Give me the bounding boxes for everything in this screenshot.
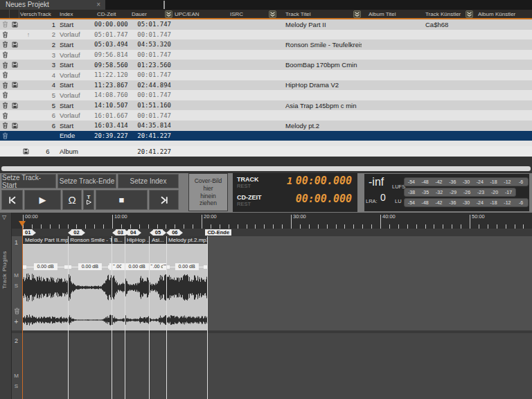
save-icon[interactable] xyxy=(12,21,18,28)
skip-end-icon xyxy=(159,195,169,205)
double-chevron-icon[interactable] xyxy=(165,10,172,18)
mute-button[interactable]: M xyxy=(12,373,21,379)
solo-button[interactable]: S xyxy=(12,283,21,289)
column-header-upc[interactable]: UPC/EAN xyxy=(173,11,230,17)
mute-button[interactable]: M xyxy=(12,272,21,278)
table-row[interactable]: ↑2Vorlauf05:01.74700:01.747 xyxy=(0,30,532,40)
marker-lane[interactable] xyxy=(12,229,532,236)
track-number-cell: 4 xyxy=(37,71,58,79)
trash-icon[interactable] xyxy=(2,51,8,58)
cd-end-marker[interactable]: CD-Ende xyxy=(205,229,231,236)
table-row[interactable]: 5Start14:10.50701:51.160Asia Trap 145bpm… xyxy=(0,100,532,111)
loop-button[interactable]: Ω xyxy=(62,190,82,210)
set-index-button[interactable]: Setze Index xyxy=(118,174,179,188)
trash-icon[interactable] xyxy=(2,91,8,98)
save-icon[interactable] xyxy=(12,82,18,88)
track-marker[interactable]: 02 xyxy=(68,229,85,236)
playhead[interactable] xyxy=(22,221,23,399)
index-cell: Start xyxy=(58,61,94,69)
delete-cell xyxy=(0,60,10,70)
save-icon[interactable] xyxy=(12,103,18,109)
gain-value-chip[interactable]: 0.00 dB xyxy=(78,263,102,270)
audio-clip[interactable]: Melody pt.2.mp30.00 dB xyxy=(166,236,207,330)
trash-icon[interactable] xyxy=(2,132,8,139)
gain-value-chip[interactable]: 0.00 dB xyxy=(33,263,57,270)
column-header-album-kuenstler[interactable]: Album Künstler xyxy=(474,11,532,17)
delete-cell xyxy=(0,121,10,131)
cover-drop-zone[interactable]: Cover-Bildhierhineinziehen xyxy=(188,173,228,211)
set-track-start-button[interactable]: Setze Track-Start xyxy=(1,174,56,188)
table-row[interactable]: 2Start05:03.49404:53.320Ronson Smile - T… xyxy=(0,39,532,50)
column-header-index[interactable]: Index xyxy=(58,11,94,17)
album-save-icon[interactable] xyxy=(19,148,37,154)
tab-close-icon[interactable]: × xyxy=(96,0,100,9)
track-2-lane[interactable] xyxy=(12,333,532,399)
remove-plugin-icon[interactable] xyxy=(14,308,20,314)
double-chevron-icon[interactable] xyxy=(269,10,276,18)
horizontal-scrollbar[interactable] xyxy=(1,166,531,171)
column-header-isrc[interactable]: ISRC xyxy=(230,10,277,18)
double-chevron-icon[interactable] xyxy=(353,10,361,18)
marker-dropdown-icon[interactable]: ▽ xyxy=(2,214,6,220)
save-icon[interactable] xyxy=(12,62,18,68)
trash-icon[interactable] xyxy=(2,82,8,89)
column-header-dauer[interactable]: Dauer xyxy=(130,10,173,18)
trash-icon[interactable] xyxy=(2,31,8,38)
table-row[interactable]: 6Start16:03.41404:35.814Melody pt.2 xyxy=(0,121,532,131)
table-row[interactable]: 6Vorlauf16:01.66700:01.747 xyxy=(0,110,532,121)
solo-button[interactable]: S xyxy=(12,383,21,389)
audio-clip[interactable]: Ronson Smile - Te...0.00 dB xyxy=(68,236,112,330)
track-marker[interactable]: 05 xyxy=(150,229,166,236)
clip-title: Ronson Smile - Te... xyxy=(68,236,112,244)
trash-icon[interactable] xyxy=(2,41,8,48)
marker-label: 03 xyxy=(116,229,125,236)
double-chevron-icon[interactable] xyxy=(466,10,473,18)
table-row[interactable]: 5Vorlauf14:08.76000:01.747 xyxy=(0,90,532,100)
save-icon[interactable] xyxy=(12,42,18,48)
column-header-track-kuenstler[interactable]: Track Künstler xyxy=(424,10,474,18)
trash-icon[interactable] xyxy=(2,112,8,119)
audio-clip[interactable]: Asi...0.00 dB xyxy=(150,236,166,330)
audio-clip[interactable]: B...0.00 dB xyxy=(112,236,125,330)
table-row[interactable]: 4Start11:23.86702:44.894HipHop Drama V2 xyxy=(0,80,532,91)
audio-clip[interactable]: HipHop ...0.00 dB xyxy=(125,236,149,330)
gain-handle-right[interactable] xyxy=(121,265,125,269)
track-marker[interactable]: 04 xyxy=(125,229,141,236)
table-row[interactable]: 4Vorlauf11:22.12000:01.747 xyxy=(0,70,532,80)
trash-icon[interactable] xyxy=(2,102,8,109)
add-plugin-icon[interactable]: + xyxy=(12,318,21,326)
trash-icon[interactable] xyxy=(2,62,8,69)
gain-handle-left[interactable] xyxy=(112,265,116,269)
column-header-album-titel[interactable]: Album Titel xyxy=(362,11,424,17)
project-tab[interactable]: Neues Projekt × xyxy=(0,0,105,10)
marker-arrow-right-icon xyxy=(179,230,183,236)
gain-handle-left[interactable] xyxy=(68,265,71,269)
table-row[interactable]: 1Start00:00.00005:01.747Melody Part IICa… xyxy=(0,19,532,30)
trash-icon[interactable] xyxy=(2,21,8,28)
gain-value-chip[interactable]: 0.00 dB xyxy=(175,263,199,270)
stop-button[interactable]: ■ xyxy=(96,190,148,210)
cd-end-row[interactable]: Ende20:39.22720:41.227 xyxy=(0,131,532,141)
gain-handle-left[interactable] xyxy=(23,265,26,269)
playhead-handle[interactable] xyxy=(19,221,26,227)
save-icon[interactable] xyxy=(12,123,18,129)
track-marker[interactable]: 01 xyxy=(23,229,36,236)
column-header-cd-zeit[interactable]: CD-Zeit xyxy=(94,11,130,17)
table-row[interactable]: 3Vorlauf09:56.81400:01.747 xyxy=(0,50,532,60)
column-header-versch[interactable]: Versch. xyxy=(19,11,37,17)
waveform xyxy=(166,244,207,333)
trash-icon[interactable] xyxy=(2,122,8,129)
column-header-track-titel[interactable]: Track Titel xyxy=(277,10,362,18)
gain-handle-left[interactable] xyxy=(150,265,153,269)
table-row[interactable]: 3Start09:58.56001:23.560BoomBap 170bpm C… xyxy=(0,60,532,70)
track-marker[interactable]: 06 xyxy=(166,229,183,236)
skip-start-button[interactable] xyxy=(1,190,23,210)
column-header-track[interactable]: Track xyxy=(37,11,58,17)
play-from-marker-button[interactable]: T xyxy=(83,190,94,210)
trash-icon[interactable] xyxy=(2,71,8,78)
set-track-end-button[interactable]: Setze Track-Ende xyxy=(57,174,116,188)
play-button[interactable]: ▶ xyxy=(24,190,61,210)
audio-clip[interactable]: Melody Part II.mp30.00 dB xyxy=(23,236,68,330)
skip-end-button[interactable] xyxy=(149,190,179,210)
delete-cell xyxy=(0,39,10,50)
